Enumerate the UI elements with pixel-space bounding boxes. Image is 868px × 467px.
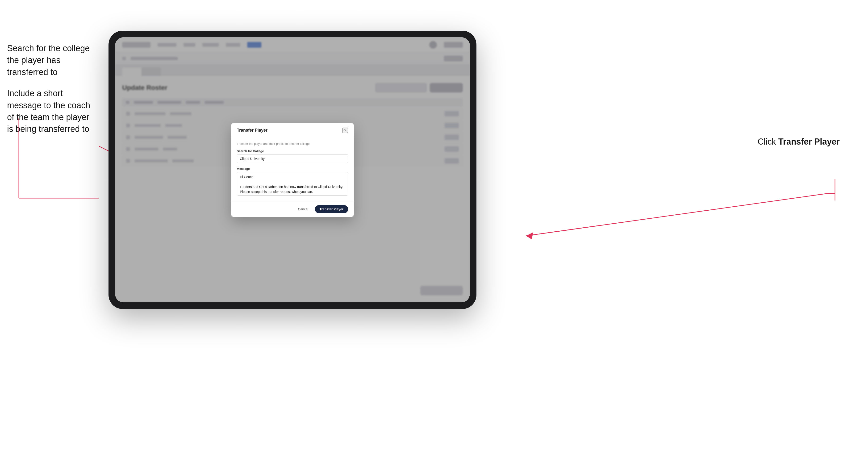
annotation-right: Click Transfer Player [757, 137, 840, 147]
transfer-player-modal: Transfer Player × Transfer the player an… [231, 123, 354, 217]
modal-close-button[interactable]: × [342, 128, 348, 133]
search-college-input[interactable] [237, 154, 348, 163]
transfer-player-button[interactable]: Transfer Player [315, 205, 348, 213]
annotation-text-2: Include a short message to the coach of … [7, 88, 97, 135]
tablet-device: Update Roster [108, 31, 476, 309]
modal-subtitle: Transfer the player and their profile to… [237, 142, 348, 146]
tablet-screen: Update Roster [115, 37, 470, 302]
cancel-button[interactable]: Cancel [294, 206, 312, 213]
annotation-right-prefix: Click [757, 137, 778, 147]
modal-overlay: Transfer Player × Transfer the player an… [115, 37, 470, 302]
search-college-label: Search for College [237, 149, 348, 153]
annotation-text-1: Search for the college the player has tr… [7, 42, 97, 78]
modal-body: Transfer the player and their profile to… [231, 137, 354, 201]
message-textarea[interactable]: Hi Coach, I understand Chris Robertson h… [237, 172, 348, 195]
annotation-right-bold: Transfer Player [778, 137, 840, 147]
modal-title: Transfer Player [237, 128, 268, 133]
annotation-left: Search for the college the player has tr… [7, 42, 97, 145]
svg-marker-5 [526, 232, 533, 239]
svg-line-4 [526, 193, 828, 236]
modal-header: Transfer Player × [231, 123, 354, 137]
message-label: Message [237, 167, 348, 170]
modal-footer: Cancel Transfer Player [231, 201, 354, 217]
